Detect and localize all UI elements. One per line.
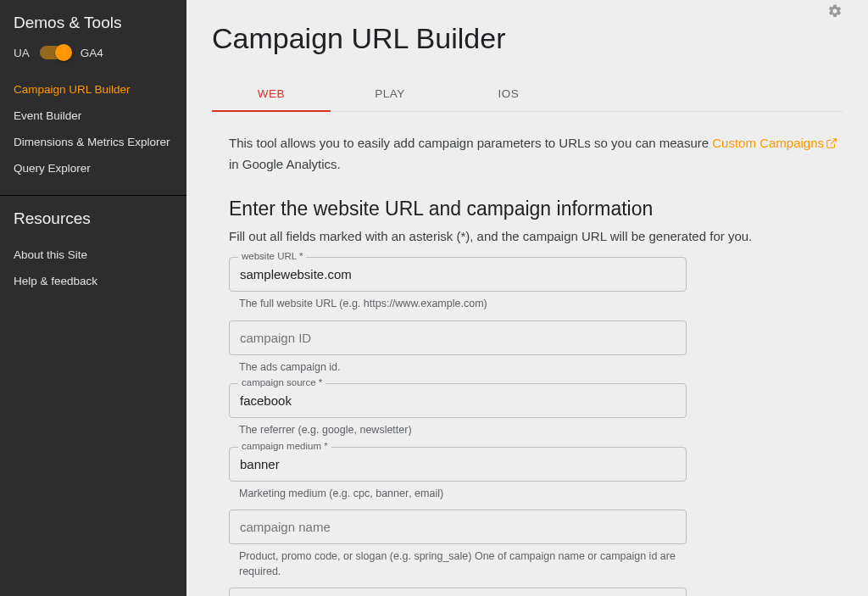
- toggle-label-ga4: GA4: [81, 47, 103, 59]
- campaign-name-helper: Product, promo code, or slogan (e.g. spr…: [239, 549, 687, 579]
- intro-suffix: in Google Analytics.: [229, 157, 341, 171]
- campaign-medium-input[interactable]: [230, 448, 686, 481]
- ua-ga4-toggle[interactable]: [40, 46, 70, 59]
- campaign-name-input[interactable]: [230, 510, 686, 543]
- nav-event-builder[interactable]: Event Builder: [14, 103, 173, 129]
- section-subtext: Fill out all fields marked with an aster…: [229, 229, 843, 243]
- campaign-id-helper: The ads campaign id.: [239, 360, 687, 376]
- nav-dimensions-metrics-explorer[interactable]: Dimensions & Metrics Explorer: [14, 129, 173, 155]
- nav-campaign-url-builder[interactable]: Campaign URL Builder: [14, 76, 173, 103]
- campaign-medium-helper: Marketing medium (e.g. cpc, banner, emai…: [239, 487, 687, 502]
- website-url-input[interactable]: [230, 258, 686, 291]
- page-title: Campaign URL Builder: [212, 22, 843, 55]
- platform-tabs: WEB PLAY IOS: [212, 77, 843, 112]
- url-form: website URL * The full website URL (e.g.…: [229, 257, 687, 596]
- toggle-knob: [55, 44, 72, 61]
- campaign-id-input[interactable]: [230, 321, 686, 354]
- intro-prefix: This tool allows you to easily add campa…: [229, 136, 712, 150]
- intro-text: This tool allows you to easily add campa…: [229, 134, 843, 174]
- tab-web[interactable]: WEB: [212, 77, 331, 111]
- campaign-id-field-wrap: [229, 320, 687, 355]
- nav-about-this-site[interactable]: About this Site: [14, 242, 173, 268]
- tab-play[interactable]: PLAY: [331, 77, 449, 111]
- ua-ga4-toggle-row: UA GA4: [14, 46, 173, 59]
- website-url-helper: The full website URL (e.g. https://www.e…: [239, 297, 687, 312]
- sidebar-heading-resources: Resources: [14, 209, 173, 228]
- sidebar-heading-tools: Demos & Tools: [14, 14, 173, 32]
- nav-help-feedback[interactable]: Help & feedback: [14, 268, 173, 294]
- campaign-term-input[interactable]: [230, 588, 686, 596]
- campaign-source-field-wrap: campaign source *: [229, 383, 687, 418]
- tab-ios[interactable]: IOS: [449, 77, 568, 111]
- svg-line-0: [831, 139, 836, 144]
- section-title: Enter the website URL and campaign infor…: [229, 198, 843, 220]
- tools-nav: Campaign URL Builder Event Builder Dimen…: [14, 76, 173, 181]
- external-link-icon: [826, 136, 837, 155]
- toggle-label-ua: UA: [14, 47, 30, 59]
- campaign-term-field-wrap: [229, 588, 687, 596]
- settings-icon[interactable]: [827, 3, 843, 22]
- main-content: Campaign URL Builder WEB PLAY IOS This t…: [186, 0, 868, 596]
- website-url-label: website URL *: [238, 251, 306, 261]
- campaign-source-label: campaign source *: [238, 377, 326, 387]
- custom-campaigns-link[interactable]: Custom Campaigns: [712, 136, 837, 150]
- campaign-name-field-wrap: [229, 510, 687, 544]
- nav-query-explorer[interactable]: Query Explorer: [14, 155, 173, 181]
- campaign-medium-label: campaign medium *: [238, 441, 331, 451]
- website-url-field-wrap: website URL *: [229, 257, 687, 292]
- sidebar: Demos & Tools UA GA4 Campaign URL Builde…: [0, 0, 186, 596]
- campaign-source-helper: The referrer (e.g. google, newsletter): [239, 423, 687, 438]
- resources-nav: About this Site Help & feedback: [14, 242, 173, 294]
- campaign-medium-field-wrap: campaign medium *: [229, 447, 687, 482]
- campaign-source-input[interactable]: [230, 384, 686, 417]
